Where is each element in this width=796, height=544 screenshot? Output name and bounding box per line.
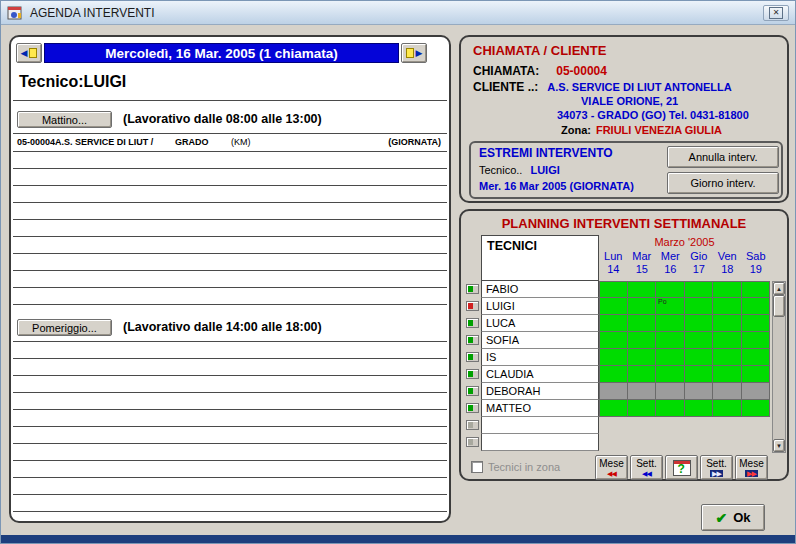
planning-cell[interactable] [742, 383, 771, 400]
planning-cell[interactable] [656, 400, 685, 417]
planning-cell[interactable] [685, 281, 714, 298]
prev-day-button[interactable]: ◀ [16, 43, 42, 63]
planning-cell[interactable] [742, 366, 771, 383]
prev-month-button[interactable]: Mese ◀◀ [595, 455, 628, 480]
tecnici-in-zona-checkbox[interactable] [471, 461, 483, 473]
planning-cell[interactable] [685, 298, 714, 315]
planning-cell[interactable] [599, 332, 628, 349]
next-week-button[interactable]: Sett. ▶▶ [700, 455, 733, 480]
scroll-thumb[interactable] [773, 295, 785, 317]
planning-cell[interactable] [742, 298, 771, 315]
planning-cell[interactable] [713, 332, 742, 349]
planning-cell[interactable] [599, 315, 628, 332]
planning-cell[interactable] [599, 383, 628, 400]
planning-cell[interactable] [628, 298, 657, 315]
appointment-duration: (GIORNATA) [388, 137, 441, 147]
technician-status-icon[interactable] [466, 420, 479, 430]
technician-name-cell[interactable]: IS [481, 349, 599, 366]
technician-status-icon[interactable] [466, 301, 479, 311]
planning-cell[interactable] [685, 315, 714, 332]
prev-week-button[interactable]: Sett. ◀◀ [630, 455, 663, 480]
app-icon [7, 5, 23, 21]
technician-status-icon[interactable] [466, 318, 479, 328]
planning-cell [713, 417, 742, 434]
technician-status-icon[interactable] [466, 369, 479, 379]
calendar-picker-button[interactable]: ? [665, 455, 698, 480]
planning-cell[interactable] [599, 298, 628, 315]
planning-cell[interactable] [713, 349, 742, 366]
technician-name-cell[interactable]: CLAUDIA [481, 366, 599, 383]
planning-cell[interactable] [656, 366, 685, 383]
technician-name-cell[interactable] [481, 434, 599, 451]
planning-cell[interactable] [599, 349, 628, 366]
technician-status-icon[interactable] [466, 437, 479, 447]
planning-cell[interactable] [628, 366, 657, 383]
appointment-row[interactable]: 05-00004 A.S. SERVICE DI LIUT / GRADO (K… [17, 137, 443, 149]
pomeriggio-button[interactable]: Pomeriggio... [17, 319, 112, 336]
planning-cell[interactable] [713, 315, 742, 332]
planning-cell[interactable] [628, 383, 657, 400]
technician-name-cell[interactable]: MATTEO [481, 400, 599, 417]
planning-cell[interactable] [742, 315, 771, 332]
planning-cell[interactable] [685, 366, 714, 383]
planning-cell[interactable] [628, 281, 657, 298]
technician-name-cell[interactable] [481, 417, 599, 434]
planning-cell[interactable] [656, 383, 685, 400]
planning-cell[interactable] [599, 366, 628, 383]
technician-name-cell[interactable]: LUCA [481, 315, 599, 332]
zona-row: Zona: FRIULI VENEZIA GIULIA [561, 124, 722, 136]
giorno-interv-button[interactable]: Giorno interv. [667, 172, 779, 194]
planning-cell[interactable] [599, 281, 628, 298]
planning-cell[interactable] [656, 281, 685, 298]
rule-line [13, 151, 447, 152]
planning-cell[interactable] [628, 332, 657, 349]
close-button[interactable]: ✕ [763, 5, 789, 21]
planning-cell[interactable] [742, 332, 771, 349]
technician-name-cell[interactable]: DEBORAH [481, 383, 599, 400]
planning-cell[interactable] [742, 400, 771, 417]
planning-cell[interactable] [685, 349, 714, 366]
technician-name-cell[interactable]: LUIGI [481, 298, 599, 315]
planning-cell[interactable] [713, 366, 742, 383]
planning-cell[interactable]: Po [656, 298, 685, 315]
tecnici-in-zona-group[interactable]: Tecnici in zona [471, 461, 560, 473]
planning-panel: PLANNING INTERVENTI SETTIMANALE TECNICI … [459, 209, 789, 481]
mattino-button[interactable]: Mattino... [17, 111, 112, 128]
planning-cell[interactable] [713, 400, 742, 417]
planning-cell[interactable] [685, 332, 714, 349]
scroll-up-button[interactable]: ▲ [773, 282, 785, 295]
planning-cell[interactable] [713, 383, 742, 400]
estremi-tecnico-value: LUIGI [530, 164, 559, 176]
planning-cell[interactable] [742, 281, 771, 298]
next-month-button[interactable]: Mese ▶▶ [735, 455, 768, 480]
next-day-button[interactable]: ▶ [401, 43, 427, 63]
planning-scrollbar[interactable]: ▲ ▼ [772, 281, 786, 453]
planning-cell[interactable] [656, 332, 685, 349]
planning-cell[interactable] [742, 349, 771, 366]
technician-status-icon[interactable] [466, 284, 479, 294]
double-chevron-left-icon: ◀◀ [607, 470, 616, 477]
technician-status-icon[interactable] [466, 386, 479, 396]
planning-cell[interactable] [628, 349, 657, 366]
technician-status-icon[interactable] [466, 335, 479, 345]
planning-cell[interactable] [628, 315, 657, 332]
annulla-interv-button[interactable]: Annulla interv. [667, 146, 779, 168]
rule-line [13, 477, 447, 478]
planning-cell[interactable] [713, 298, 742, 315]
technician-status-icon[interactable] [466, 352, 479, 362]
chiamata-cliente-panel: CHIAMATA / CLIENTE CHIAMATA: 05-00004 CL… [459, 35, 789, 203]
planning-cell[interactable] [685, 383, 714, 400]
planning-cell[interactable] [656, 349, 685, 366]
planning-cell[interactable] [628, 400, 657, 417]
technician-name-cell[interactable]: SOFIA [481, 332, 599, 349]
planning-cell[interactable] [685, 400, 714, 417]
planning-cell[interactable] [599, 400, 628, 417]
ok-button[interactable]: ✔ Ok [701, 504, 765, 531]
planning-cell[interactable] [713, 281, 742, 298]
scroll-down-button[interactable]: ▼ [773, 439, 785, 452]
technician-status-icon[interactable] [466, 403, 479, 413]
day-number-label: 17 [685, 263, 714, 276]
planning-cell[interactable] [656, 315, 685, 332]
day-of-week-label: Mer [656, 250, 685, 263]
technician-name-cell[interactable]: FABIO [481, 281, 599, 298]
